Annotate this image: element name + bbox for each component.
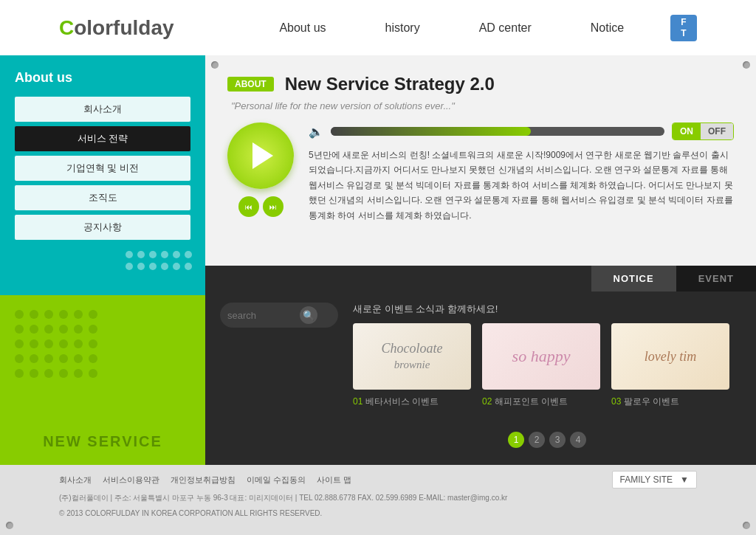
header: Colorfulday About us history AD center N… (0, 0, 756, 55)
content-area: ABOUT New Service Strategy 2.0 "Personal… (205, 55, 756, 465)
sidebar-item-notice[interactable]: 공지사항 (15, 215, 190, 240)
sidebar-item-history[interactable]: 기업연혁 및 비전 (15, 156, 190, 181)
family-site-label: FAMILY SITE (620, 474, 673, 485)
dot (126, 251, 133, 258)
event-card-1: Chocoloatebrownie 01 베타서비스 이벤트 (353, 323, 471, 418)
page-btn-1[interactable]: 1 (508, 432, 524, 448)
logo[interactable]: Colorfulday (59, 16, 174, 40)
event-intro: 새로운 이벤트 소식과 함께하세요! (353, 303, 498, 316)
audio-controls: 🔈 ON OFF (309, 122, 734, 140)
play-icon (252, 142, 273, 169)
next-button[interactable]: ⏭ (263, 196, 284, 217)
footer-info-line2: © 2013 COLORFULDAY IN KOREA CORPORATION … (59, 508, 697, 520)
nav-item-adcenter[interactable]: AD center (479, 21, 532, 35)
hero-section: ABOUT New Service Strategy 2.0 "Personal… (205, 55, 756, 266)
dot (126, 263, 133, 270)
screw-bl (6, 522, 13, 529)
dot (137, 251, 145, 258)
sidebar-item-org[interactable]: 조직도 (15, 185, 190, 210)
footer-nav-privacy[interactable]: 개인정보취급방침 (171, 474, 236, 486)
nav-item-history[interactable]: history (385, 21, 420, 35)
event-thumbnail-1[interactable]: Chocoloatebrownie (353, 323, 471, 390)
event-thumbnail-2[interactable]: so happy (482, 323, 600, 390)
sidebar-item-strategy[interactable]: 서비스 전략 (15, 126, 190, 151)
hero-title: New Service Strategy 2.0 (285, 74, 495, 94)
header-ft-icon[interactable]: F T (670, 15, 697, 41)
main-nav: About us history AD center Notice (233, 21, 670, 35)
play-button[interactable] (227, 122, 294, 189)
event-thumb-text-2: so happy (512, 347, 571, 366)
logo-rest: olorfulday (74, 16, 173, 39)
sidebar-dots (126, 251, 190, 270)
dot (173, 263, 180, 270)
page-btn-2[interactable]: 2 (529, 432, 545, 448)
audio-section: 🔈 ON OFF 5년만에 새로운 서비스의 런칭! 소셜네트워크의 새로운 시… (309, 122, 734, 223)
dot (161, 251, 168, 258)
dot (185, 251, 192, 258)
notice-tabs: NOTICE EVENT (205, 266, 756, 291)
tab-event[interactable]: EVENT (676, 266, 756, 291)
page-btn-3[interactable]: 3 (549, 432, 566, 448)
screw-tr (743, 61, 750, 69)
event-label-2: 02 해피포인트 이벤트 (482, 396, 600, 408)
footer-nav-company[interactable]: 회사소개 (59, 474, 92, 486)
nav-item-notice[interactable]: Notice (591, 21, 624, 35)
toggle-group: ON OFF (672, 122, 734, 140)
event-thumb-text-1: Chocoloatebrownie (382, 341, 443, 372)
dot (149, 251, 157, 258)
footer-nav-sitemap[interactable]: 사이트 맵 (317, 474, 351, 486)
dot (149, 263, 157, 270)
footer-nav: 회사소개 서비스이용약관 개인정보취급방침 이메일 수집동의 사이트 맵 (59, 474, 351, 486)
search-button[interactable]: 🔍 (300, 306, 317, 324)
search-input[interactable] (227, 310, 294, 321)
search-box: 🔍 (220, 303, 338, 328)
event-label-1: 01 베타서비스 이벤트 (353, 396, 471, 408)
green-dots (15, 310, 97, 378)
footer-nav-terms[interactable]: 서비스이용약관 (103, 474, 159, 486)
prev-button[interactable]: ⏮ (238, 196, 259, 217)
nav-item-about[interactable]: About us (279, 21, 326, 35)
page-btn-4[interactable]: 4 (570, 432, 586, 448)
progress-fill (331, 127, 531, 136)
events-area: 새로운 이벤트 소식과 함께하세요! Chocoloatebrownie 01 … (353, 303, 741, 454)
event-thumb-text-3: lovely tim (645, 349, 696, 365)
hero-header: ABOUT New Service Strategy 2.0 (227, 74, 734, 94)
media-player: ⏮ ⏭ (227, 122, 294, 223)
screw-tl (211, 61, 219, 69)
progress-bar[interactable] (331, 127, 664, 136)
new-service-label: NEW SERVICE (43, 433, 162, 450)
family-site-selector[interactable]: FAMILY SITE ▼ (612, 471, 697, 489)
event-card-2: so happy 02 해피포인트 이벤트 (482, 323, 600, 418)
logo-c: C (59, 16, 74, 39)
events-row: Chocoloatebrownie 01 베타서비스 이벤트 so happy … (353, 323, 741, 418)
event-thumbnail-3[interactable]: lovely tim (611, 323, 729, 390)
notice-section: NOTICE EVENT 🔍 새로운 이벤트 소식과 함께하세요! (205, 266, 756, 465)
dot (185, 263, 192, 270)
header-icon-t: T (681, 28, 686, 38)
about-badge: ABOUT (227, 77, 274, 92)
pagination: 1 2 3 4 (353, 426, 741, 454)
event-card-3: lovely tim 03 팔로우 이벤트 (611, 323, 729, 418)
sidebar-item-company[interactable]: 회사소개 (15, 97, 190, 122)
sidebar-bottom: NEW SERVICE (0, 295, 205, 465)
notice-body: 🔍 새로운 이벤트 소식과 함께하세요! Chocoloatebrownie 0… (205, 291, 756, 465)
hero-body-text: 5년만에 새로운 서비스의 런칭! 소셜네트워크의 새로운 시작!9009에서 … (309, 148, 734, 223)
footer-info-line1: (주)컬러풀데이 | 주소: 서울특별시 마포구 누동 96-3 대표: 미리지… (59, 492, 697, 504)
footer-nav-email[interactable]: 이메일 수집동의 (247, 474, 306, 486)
tab-notice[interactable]: NOTICE (591, 266, 676, 291)
footer-right: FAMILY SITE ▼ (612, 471, 697, 489)
hero-body: ⏮ ⏭ 🔈 ON OFF 5년만에 (227, 122, 734, 223)
sidebar-top: About us 회사소개 서비스 전략 기업연혁 및 비전 조직도 공지사항 (0, 55, 205, 295)
hero-subtitle: "Personal life for the new version of so… (231, 100, 734, 111)
family-site-arrow-icon: ▼ (680, 474, 689, 485)
toggle-off-button[interactable]: OFF (701, 123, 733, 139)
dot (161, 263, 168, 270)
footer: 회사소개 서비스이용약관 개인정보취급방침 이메일 수집동의 사이트 맵 FAM… (0, 465, 756, 535)
event-label-3: 03 팔로우 이벤트 (611, 396, 729, 408)
dot (137, 263, 145, 270)
search-column: 🔍 (220, 303, 338, 454)
toggle-on-button[interactable]: ON (673, 123, 701, 139)
sidebar: About us 회사소개 서비스 전략 기업연혁 및 비전 조직도 공지사항 (0, 55, 205, 465)
sidebar-menu: 회사소개 서비스 전략 기업연혁 및 비전 조직도 공지사항 (15, 97, 190, 240)
speaker-icon: 🔈 (309, 125, 323, 139)
